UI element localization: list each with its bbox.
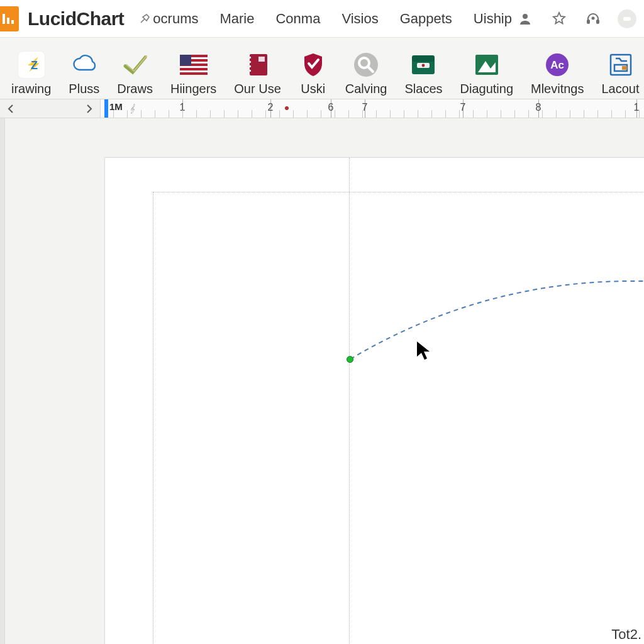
shield-check-icon	[299, 51, 327, 79]
ribbon-label: Our Use	[234, 82, 280, 95]
menu-label: Uiship	[474, 11, 512, 27]
curve-endpoint-handle[interactable]	[347, 356, 353, 363]
bolt-z-icon: ⚡Z	[18, 51, 45, 79]
horizontal-ruler[interactable]: 1M 𝄞 1267781	[101, 99, 644, 118]
ruler-glyphs: 𝄞	[130, 104, 136, 114]
canvas-gutter	[5, 118, 101, 644]
menu-label: Conma	[275, 11, 320, 27]
ruler-number: 6	[328, 102, 334, 113]
image-mountain-icon	[473, 51, 501, 79]
ribbon-draws[interactable]: Draws	[108, 51, 162, 95]
menu-marie[interactable]: Marie	[219, 11, 254, 27]
svg-rect-26	[412, 55, 435, 62]
ribbon-label: Draws	[117, 82, 153, 95]
svg-point-22	[354, 53, 378, 77]
svg-rect-15	[180, 55, 191, 65]
ribbon-pluss[interactable]: Pluss	[60, 51, 108, 95]
ribbon-slaces[interactable]: Slaces	[396, 51, 451, 95]
menu-visios[interactable]: Visios	[341, 11, 378, 27]
app-logo-icon[interactable]	[0, 6, 19, 31]
ribbon-calving[interactable]: Calving	[336, 51, 396, 95]
ruler-position-indicator[interactable]	[104, 99, 108, 118]
svg-rect-4	[587, 19, 590, 24]
ribbon-toolbar: ⚡Z irawing Pluss Draws Hiingers Our Use	[0, 38, 644, 99]
menu-conma[interactable]: Conma	[275, 11, 320, 27]
headset-icon[interactable]	[584, 9, 602, 28]
menubar-right	[516, 9, 640, 28]
ruler-number: 7	[460, 102, 466, 113]
menu-uiship[interactable]: Uiship	[474, 11, 512, 27]
menu-ocrums[interactable]: ocrums	[139, 11, 198, 27]
page-margin-guide	[153, 192, 644, 644]
svg-rect-14	[180, 70, 208, 72]
ribbon-label: irawing	[11, 82, 51, 95]
avatar-ac-icon: Ac	[543, 51, 571, 79]
ruler-number: 8	[536, 102, 541, 113]
svg-rect-13	[180, 66, 208, 68]
ribbon-diaguting[interactable]: Diaguting	[452, 51, 523, 95]
ribbon-label: Slaces	[404, 82, 442, 95]
ribbon-label: Hiingers	[170, 82, 216, 95]
notebook-icon	[244, 51, 272, 79]
svg-rect-21	[258, 57, 265, 62]
ribbon-label: Diaguting	[460, 82, 514, 95]
svg-rect-0	[3, 14, 5, 24]
canvas[interactable]: Tot2.	[101, 118, 644, 644]
ribbon-uski[interactable]: Uski	[290, 51, 336, 95]
star-icon[interactable]	[550, 9, 569, 28]
svg-rect-19	[247, 65, 251, 67]
svg-rect-34	[622, 66, 627, 70]
menu-label: Marie	[219, 11, 254, 27]
menu-bar: LucidChart ocrums Marie Conma Visios Gap…	[0, 0, 644, 38]
ribbon-mlevitngs[interactable]: Ac Mlevitngs	[522, 51, 592, 95]
svg-point-6	[592, 16, 595, 19]
app-title: LucidChart	[28, 8, 124, 30]
svg-rect-20	[247, 70, 251, 72]
ribbon-label: Calving	[345, 82, 387, 95]
status-text: Tot2.	[611, 626, 641, 643]
ribbon-irawing[interactable]: ⚡Z irawing	[3, 51, 60, 95]
tab-scroll-left[interactable]	[5, 103, 16, 114]
ruler-unit-label: 1M	[109, 101, 123, 112]
wallet-icon	[409, 51, 437, 79]
ribbon-label: Uski	[301, 82, 325, 95]
menu-label: Visios	[341, 11, 378, 27]
svg-text:Z: Z	[31, 59, 38, 72]
svg-point-3	[523, 14, 528, 19]
menu-label: Gappets	[400, 11, 452, 27]
ruler-marker-dot[interactable]	[285, 106, 289, 110]
svg-rect-2	[11, 20, 14, 24]
avatar-text: Ac	[550, 59, 564, 71]
layout-icon	[607, 51, 635, 79]
ribbon-label: Mlevitngs	[531, 82, 584, 95]
cloud-icon	[70, 51, 98, 79]
tab-scroll-right[interactable]	[84, 103, 95, 114]
menu-label: ocrums	[153, 11, 198, 27]
ribbon-hiingers[interactable]: Hiingers	[162, 51, 225, 95]
account-circle-icon[interactable]	[618, 9, 636, 28]
workarea: Tot2.	[0, 118, 644, 644]
svg-rect-7	[623, 17, 631, 21]
svg-rect-17	[247, 57, 251, 58]
ribbon-lacout[interactable]: Lacout	[593, 51, 645, 95]
ribbon-label: Lacout	[602, 82, 640, 95]
ruler-number: 2	[268, 102, 274, 113]
ribbon-ouruse[interactable]: Our Use	[225, 51, 289, 95]
menu-items: ocrums Marie Conma Visios Gappets Uiship	[139, 11, 512, 27]
ruler-row: 1M 𝄞 1267781	[0, 99, 644, 118]
check-draw-icon	[121, 51, 149, 79]
svg-rect-1	[7, 18, 9, 24]
pin-icon	[139, 13, 150, 25]
svg-rect-5	[596, 19, 599, 24]
flag-us-icon	[180, 51, 208, 79]
search-circle-icon	[352, 51, 380, 79]
svg-point-28	[422, 64, 425, 67]
ribbon-label: Pluss	[69, 82, 99, 95]
vertical-ruler[interactable]	[0, 118, 5, 644]
user-icon[interactable]	[516, 9, 535, 28]
vertical-guide-line[interactable]	[349, 158, 350, 644]
tab-scroll-control	[0, 99, 101, 118]
svg-rect-18	[247, 61, 251, 63]
page[interactable]	[104, 157, 644, 644]
menu-gappets[interactable]: Gappets	[400, 11, 452, 27]
